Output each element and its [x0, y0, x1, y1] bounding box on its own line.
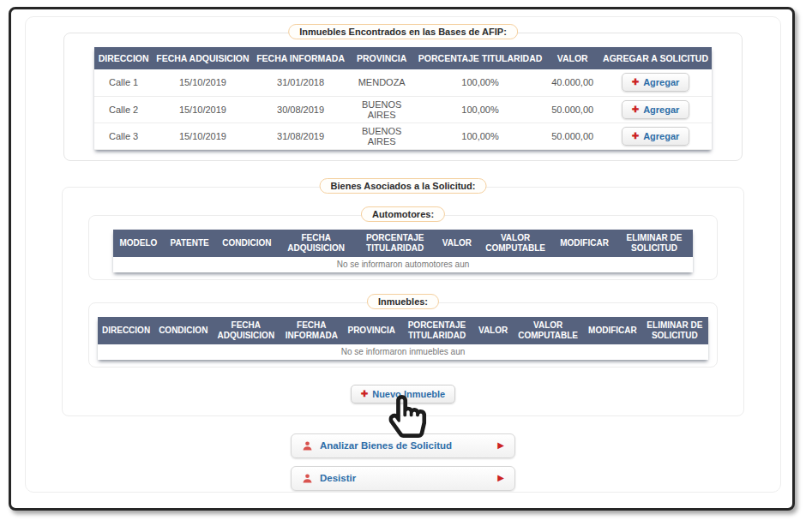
analizar-row: Analizar Bienes de Solicitud ▶ — [26, 433, 780, 458]
empty-row: No se informaron automotores aun — [113, 257, 693, 272]
bienes-asociados-section: Bienes Asociados a la Solicitud: Automot… — [62, 187, 744, 416]
column-header: CONDICION — [154, 317, 212, 344]
column-header-provincia: PROVINCIA — [349, 47, 415, 69]
column-header: VALOR COMPUTABLE — [478, 230, 553, 257]
empty-message: No se informaron inmuebles aun — [98, 344, 708, 360]
arrow-right-icon: ▶ — [497, 474, 504, 482]
column-header-porcentaje: PORCENTAJE TITULARIDAD — [415, 47, 545, 69]
desistir-label: Desistir — [320, 473, 490, 483]
cell-fecha-adquisicion: 15/10/2019 — [153, 123, 252, 149]
column-header: FECHA INFORMADA — [280, 317, 343, 344]
found-inmuebles-table: DIRECCION FECHA ADQUISICION FECHA INFORM… — [94, 47, 712, 150]
column-header: PORCENTAJE TITULARIDAD — [354, 230, 436, 257]
plus-icon: ✚ — [361, 390, 368, 398]
person-icon — [302, 440, 313, 451]
inmuebles-table: DIRECCION CONDICION FECHA ADQUISICION FE… — [98, 317, 708, 360]
agregar-button[interactable]: ✚Agregar — [622, 127, 690, 146]
column-header: ELIMINAR DE SOLICITUD — [641, 317, 708, 344]
empty-message: No se informaron automotores aun — [113, 257, 693, 272]
cell-porcentaje: 100,00% — [415, 96, 545, 123]
column-header: PORCENTAJE TITULARIDAD — [400, 317, 474, 344]
column-header: MODIFICAR — [584, 317, 641, 344]
cell-fecha-adquisicion: 15/10/2019 — [153, 96, 252, 123]
cell-fecha-informada: 31/08/2019 — [253, 123, 349, 149]
found-section-label: Inmuebles Encontrados en las Bases de AF… — [288, 24, 518, 39]
empty-row: No se informaron inmuebles aun — [98, 344, 708, 360]
automotores-table: MODELO PATENTE CONDICION FECHA ADQUISICI… — [113, 230, 693, 272]
table-row: Calle 2 15/10/2019 30/08/2019 BUENOS AIR… — [94, 96, 712, 123]
plus-icon: ✚ — [632, 105, 639, 114]
table-header-row: DIRECCION FECHA ADQUISICION FECHA INFORM… — [94, 47, 712, 69]
arrow-right-icon: ▶ — [497, 441, 504, 450]
automotores-label: Automotores: — [361, 206, 445, 222]
cell-fecha-adquisicion: 15/10/2019 — [153, 69, 252, 96]
inmuebles-label: Inmuebles: — [367, 294, 439, 309]
agregar-label: Agregar — [643, 105, 679, 115]
nuevo-inmueble-label: Nuevo Inmueble — [372, 389, 445, 399]
column-header-fecha-informada: FECHA INFORMADA — [253, 47, 349, 69]
plus-icon: ✚ — [632, 78, 639, 87]
column-header: VALOR COMPUTABLE — [512, 317, 584, 344]
nuevo-inmueble-row: ✚ Nuevo Inmueble — [63, 385, 743, 403]
column-header: PATENTE — [164, 230, 215, 257]
column-header: CONDICION — [215, 230, 278, 257]
cell-fecha-informada: 31/01/2018 — [253, 69, 349, 96]
column-header: MODIFICAR — [553, 230, 616, 257]
column-header: FECHA ADQUISICION — [212, 317, 280, 344]
cell-provincia: MENDOZA — [349, 69, 415, 96]
agregar-button[interactable]: ✚Agregar — [622, 100, 690, 119]
nuevo-inmueble-button[interactable]: ✚ Nuevo Inmueble — [351, 385, 455, 403]
column-header: PROVINCIA — [343, 317, 400, 344]
cell-direccion: Calle 2 — [94, 96, 153, 123]
found-inmuebles-section: Inmuebles Encontrados en las Bases de AF… — [63, 33, 743, 161]
analizar-label: Analizar Bienes de Solicitud — [320, 440, 490, 451]
table-row: Calle 1 15/10/2019 31/01/2018 MENDOZA 10… — [94, 69, 712, 96]
bienes-asociados-label: Bienes Asociados a la Solicitud: — [320, 178, 487, 194]
column-header-fecha-adquisicion: FECHA ADQUISICION — [153, 47, 252, 69]
table-row: Calle 3 15/10/2019 31/08/2019 BUENOS AIR… — [94, 123, 712, 149]
column-header: VALOR — [436, 230, 478, 257]
desistir-row: Desistir ▶ — [26, 466, 780, 491]
app-window: Inmuebles Encontrados en las Bases de AF… — [9, 7, 795, 511]
page-content: Inmuebles Encontrados en las Bases de AF… — [25, 16, 781, 493]
cell-direccion: Calle 1 — [94, 69, 153, 96]
column-header: MODELO — [113, 230, 164, 257]
column-header: ELIMINAR DE SOLICITUD — [616, 230, 693, 257]
cell-direccion: Calle 3 — [94, 123, 153, 149]
cell-provincia: BUENOS AIRES — [349, 123, 415, 149]
table-header-row: MODELO PATENTE CONDICION FECHA ADQUISICI… — [113, 230, 693, 257]
column-header-valor: VALOR — [545, 47, 599, 69]
cell-provincia: BUENOS AIRES — [349, 96, 415, 123]
cell-valor: 40.000,00 — [545, 69, 599, 96]
cell-valor: 50.000,00 — [545, 123, 599, 149]
desistir-button[interactable]: Desistir ▶ — [291, 466, 515, 491]
cell-porcentaje: 100,00% — [415, 69, 545, 96]
cell-fecha-informada: 30/08/2019 — [253, 96, 349, 123]
agregar-button[interactable]: ✚Agregar — [622, 73, 690, 92]
agregar-label: Agregar — [643, 131, 679, 141]
table-header-row: DIRECCION CONDICION FECHA ADQUISICION FE… — [98, 317, 708, 344]
cell-porcentaje: 100,00% — [415, 123, 545, 149]
column-header: FECHA ADQUISICION — [279, 230, 354, 257]
column-header-agregar: AGREGAR A SOLICITUD — [599, 47, 712, 69]
plus-icon: ✚ — [632, 132, 639, 140]
column-header: DIRECCION — [98, 317, 154, 344]
agregar-label: Agregar — [643, 77, 679, 87]
column-header: VALOR — [474, 317, 512, 344]
inmuebles-section: Inmuebles: DIRECCION CONDICION FECHA ADQ… — [88, 302, 718, 368]
person-icon — [302, 473, 313, 484]
analizar-bienes-button[interactable]: Analizar Bienes de Solicitud ▶ — [291, 433, 515, 458]
column-header-direccion: DIRECCION — [94, 47, 153, 69]
automotores-section: Automotores: MODELO PATENTE CONDICION FE… — [88, 215, 718, 280]
cell-valor: 50.000,00 — [545, 96, 599, 123]
